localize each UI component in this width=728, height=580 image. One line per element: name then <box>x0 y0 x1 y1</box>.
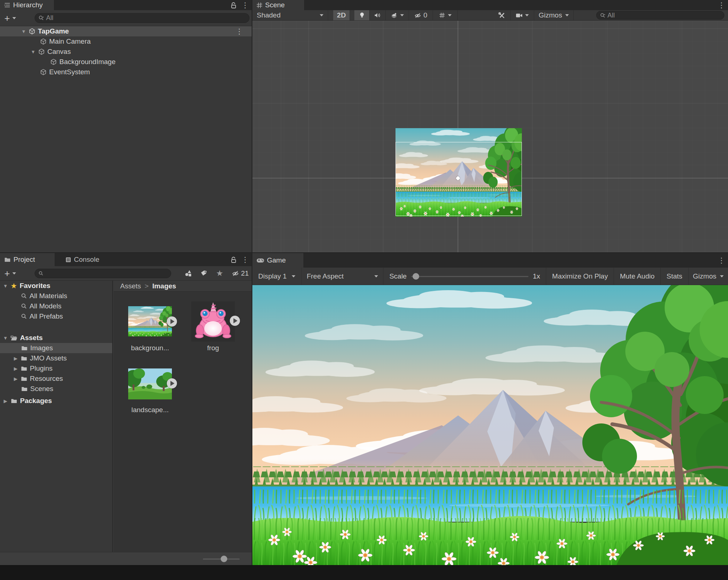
add-gameobject-caret-icon[interactable] <box>12 17 16 19</box>
tab-project[interactable]: Project <box>0 253 55 266</box>
game-gizmos-dropdown[interactable]: Gizmos <box>689 268 728 285</box>
expand-arrow-icon[interactable]: ▼ <box>3 283 8 289</box>
scale-label: Scale <box>389 272 407 280</box>
project-item-plugins[interactable]: ▶ Plugins <box>0 363 112 374</box>
collapsed-arrow-icon[interactable]: ▶ <box>13 376 18 382</box>
game-render <box>252 285 728 565</box>
scene-search[interactable] <box>596 11 724 20</box>
hierarchy-item-backgroundimage[interactable]: BackgroundImage <box>0 57 252 67</box>
gizmos-label: Gizmos <box>539 11 562 19</box>
project-item-images[interactable]: Images <box>0 343 112 353</box>
2d-toggle-button[interactable]: 2D <box>333 10 350 20</box>
maximize-on-play-button[interactable]: Maximize On Play <box>546 268 614 285</box>
hidden-packages-button[interactable]: 21 <box>232 269 249 277</box>
scene-audio-button[interactable] <box>370 10 386 20</box>
aspect-dropdown[interactable]: Free Aspect <box>302 268 383 285</box>
collapsed-arrow-icon[interactable]: ▶ <box>13 356 18 361</box>
asset-thumb-landscape[interactable] <box>128 368 172 399</box>
scene-visibility-button[interactable]: 0 <box>409 10 433 20</box>
collapsed-arrow-icon[interactable]: ▶ <box>13 366 18 371</box>
asset-thumb-frog[interactable] <box>191 301 235 342</box>
hierarchy-search-input[interactable] <box>46 14 245 22</box>
scene-tools-button[interactable] <box>493 10 510 20</box>
hierarchy-item-canvas[interactable]: ▼ Canvas <box>0 47 252 57</box>
add-asset-button[interactable]: + <box>4 269 10 278</box>
asset-label[interactable]: landscape... <box>121 406 179 414</box>
scale-slider-knob[interactable] <box>413 273 419 280</box>
scale-slider[interactable] <box>411 273 528 280</box>
scene-lighting-button[interactable] <box>354 10 370 20</box>
game-menu-icon[interactable]: ⋮ <box>718 257 725 264</box>
stats-button[interactable]: Stats <box>661 268 688 285</box>
project-item-favorites[interactable]: ▼ ★ Favorites <box>0 281 112 291</box>
expand-arrow-icon[interactable]: ▼ <box>21 29 26 34</box>
search-by-type-icon[interactable] <box>185 270 192 277</box>
expand-arrow-icon[interactable]: ▼ <box>3 335 8 341</box>
project-item-all-prefabs[interactable]: All Prefabs <box>0 311 112 321</box>
breadcrumb-root[interactable]: Assets <box>120 282 141 290</box>
hierarchy-item-eventsystem[interactable]: EventSystem <box>0 67 252 77</box>
panel-divider-vertical[interactable] <box>252 0 252 565</box>
project-item-packages[interactable]: ▶ Packages <box>0 396 112 406</box>
hierarchy-menu-icon[interactable]: ⋮ <box>241 1 249 9</box>
scene-menu-icon[interactable]: ⋮ <box>718 1 725 9</box>
project-item-all-materials[interactable]: All Materials <box>0 291 112 301</box>
scene-gizmos-dropdown[interactable]: Gizmos <box>534 10 574 20</box>
favorites-star-icon: ★ <box>11 281 17 290</box>
play-preview-button[interactable] <box>230 316 240 326</box>
expand-arrow-icon[interactable]: ▼ <box>31 49 36 55</box>
2d-label: 2D <box>337 11 346 19</box>
mute-audio-button[interactable]: Mute Audio <box>614 268 661 285</box>
scene-tab-label: Scene <box>265 1 285 9</box>
scene-viewport[interactable] <box>252 21 728 252</box>
play-preview-button[interactable] <box>167 316 177 327</box>
add-gameobject-button[interactable]: + <box>4 13 10 23</box>
scene-effects-dropdown[interactable] <box>386 10 409 20</box>
display-dropdown[interactable]: Display 1 <box>252 268 302 285</box>
hierarchy-item-tapgame[interactable]: ▼ TapGame ⋮ <box>0 26 252 36</box>
search-by-label-icon[interactable] <box>201 270 207 277</box>
scene-search-input[interactable] <box>607 12 720 19</box>
hierarchy-item-main-camera[interactable]: Main Camera <box>0 36 252 47</box>
open-folder-icon <box>11 335 17 341</box>
thumbnail-size-slider-knob[interactable] <box>221 556 227 562</box>
game-panel: Game ⋮ Display 1 Free Aspect Scale 1x Ma… <box>252 253 728 565</box>
project-item-scenes[interactable]: Scenes <box>0 384 112 394</box>
collapsed-arrow-icon[interactable]: ▶ <box>3 398 8 404</box>
project-item-all-models[interactable]: All Models <box>0 301 112 311</box>
panel-divider-horizontal[interactable] <box>0 252 728 253</box>
add-asset-caret-icon[interactable] <box>12 272 16 275</box>
tab-scene[interactable]: Scene <box>252 0 304 10</box>
hierarchy-panel: Hierarchy ⋮ + ▼ TapGame ⋮ <box>0 0 252 252</box>
project-item-assets[interactable]: ▼ Assets <box>0 333 112 343</box>
scene-panel: Scene ⋮ Shaded 2D 0 <box>252 0 728 252</box>
asset-label[interactable]: frog <box>184 344 242 352</box>
tree-item-label: Favorites <box>20 282 50 290</box>
breadcrumb-current[interactable]: Images <box>152 282 176 290</box>
tree-item-label: Assets <box>20 334 43 342</box>
tab-console[interactable]: Console <box>61 253 106 266</box>
asset-label[interactable]: backgroun... <box>121 344 179 352</box>
asset-thumb-background[interactable] <box>128 306 172 336</box>
hierarchy-search[interactable] <box>35 13 249 23</box>
project-item-jmo-assets[interactable]: ▶ JMO Assets <box>0 353 112 363</box>
play-preview-button[interactable] <box>167 378 177 388</box>
favorite-search-star-icon[interactable]: ★ <box>216 269 223 277</box>
scene-grid-dropdown[interactable] <box>433 10 458 20</box>
scale-slider-track[interactable] <box>411 276 528 277</box>
item-menu-icon[interactable]: ⋮ <box>236 28 243 35</box>
hierarchy-tab-label: Hierarchy <box>13 1 43 9</box>
tab-game[interactable]: Game <box>252 253 303 268</box>
shading-mode-dropdown[interactable]: Shaded <box>252 10 328 20</box>
project-menu-icon[interactable]: ⋮ <box>241 256 249 263</box>
tree-item-label: All Models <box>29 302 62 310</box>
project-search[interactable] <box>35 269 171 278</box>
tab-hierarchy[interactable]: Hierarchy <box>0 0 54 10</box>
lock-icon[interactable] <box>231 257 236 263</box>
folder-icon <box>11 398 17 403</box>
game-viewport[interactable] <box>252 285 728 565</box>
scene-camera-dropdown[interactable] <box>510 10 534 20</box>
project-item-resources[interactable]: ▶ Resources <box>0 374 112 384</box>
project-search-input[interactable] <box>46 269 167 277</box>
lock-icon[interactable] <box>231 2 236 8</box>
